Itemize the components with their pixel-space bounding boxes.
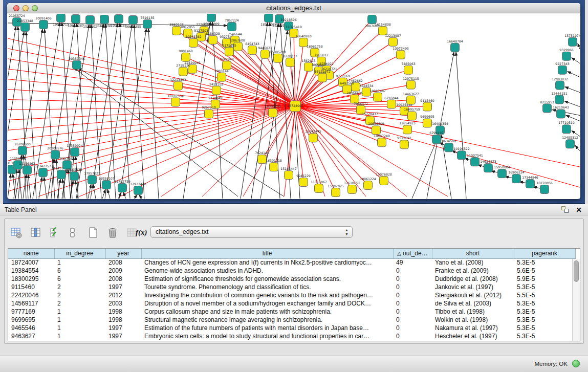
table-cell[interactable]: 9463627 (8, 332, 54, 340)
graph-node[interactable] (269, 108, 277, 117)
graph-node[interactable] (397, 50, 405, 59)
graph-node[interactable] (189, 38, 198, 47)
graph-node[interactable] (143, 19, 152, 28)
table-cell[interactable]: Corpus callosum shape and size in male p… (141, 308, 393, 316)
graph-node[interactable] (182, 53, 190, 61)
graph-node[interactable] (566, 140, 575, 148)
select-columns-button[interactable] (48, 225, 63, 240)
graph-node[interactable] (129, 15, 138, 24)
graph-node[interactable] (498, 169, 507, 178)
table-row[interactable]: 969969511998Structural magnetic resonanc… (8, 316, 575, 324)
graph-node[interactable] (225, 47, 234, 56)
table-cell[interactable]: Franke et al. (2009) (432, 267, 514, 275)
table-cell[interactable]: 1998 (105, 316, 141, 324)
table-cell[interactable]: Structural magnetic resonance image aver… (141, 316, 393, 324)
graph-node[interactable] (174, 81, 183, 90)
graph-node[interactable] (569, 37, 577, 46)
graph-node[interactable] (212, 86, 221, 95)
graph-node[interactable] (265, 14, 273, 22)
table-cell[interactable]: Dudbridge et al. (2008) (432, 275, 514, 283)
graph-node[interactable] (217, 73, 226, 81)
graph-node[interactable] (451, 43, 460, 52)
table-cell[interactable]: Hescheler et al. (1997) (432, 332, 514, 340)
table-cell[interactable]: Wolkin et al. (1998) (432, 316, 514, 324)
float-panel-icon[interactable] (561, 206, 569, 213)
graph-node[interactable] (445, 143, 453, 152)
table-cell[interactable]: Tourette syndrome. Phenomenology and cla… (141, 283, 393, 291)
column-header-name[interactable]: name (8, 249, 54, 258)
table-cell[interactable]: Jankovic et al. (1997) (432, 283, 514, 291)
column-header-title[interactable]: title (141, 249, 393, 258)
graph-node[interactable] (387, 100, 396, 108)
graph-node[interactable] (72, 14, 80, 23)
table-row[interactable]: 946362711997Embryonic stem cells: a mode… (8, 332, 575, 340)
table-cell[interactable]: 5.3E-5 (514, 324, 575, 332)
table-cell[interactable]: 1997 (105, 324, 141, 332)
table-cell[interactable]: 5.3E-5 (514, 299, 575, 308)
table-row[interactable]: 946554611997Estimation of the future num… (8, 324, 575, 332)
graph-node[interactable] (556, 81, 564, 90)
table-cell[interactable]: 2009 (105, 267, 141, 275)
graph-node[interactable] (378, 138, 386, 147)
graph-node[interactable] (364, 181, 373, 190)
graph-node[interactable] (423, 102, 432, 111)
column-header-year[interactable]: year (105, 249, 141, 258)
graph-node[interactable] (71, 148, 79, 157)
table-vertical-scrollbar[interactable] (572, 259, 580, 341)
memory-ok-icon[interactable] (572, 360, 580, 367)
graph-node[interactable] (205, 110, 213, 118)
table-cell[interactable]: 0 (393, 299, 432, 308)
graph-node[interactable] (39, 168, 48, 177)
graph-node[interactable] (400, 140, 409, 149)
graph-node[interactable] (115, 14, 123, 23)
graph-node[interactable] (309, 134, 318, 142)
table-row[interactable]: 1456911722003Disruption of a novel membe… (8, 299, 575, 308)
table-cell[interactable]: Investigating the contribution of common… (141, 291, 393, 299)
graph-node[interactable] (270, 163, 278, 171)
table-panel-header[interactable]: Table Panel ✕ (0, 204, 588, 215)
table-cell[interactable]: Genome-wide association studies in ADHD. (141, 267, 393, 275)
graph-node[interactable] (407, 80, 416, 89)
table-cell[interactable]: de Silva et al. (2003) (432, 299, 514, 308)
table-cell[interactable]: 5.9E-5 (514, 275, 575, 283)
table-cell[interactable]: 14569117 (8, 299, 54, 308)
column-header-in_degree[interactable]: in_degree (54, 249, 105, 258)
graph-node[interactable] (407, 96, 416, 104)
graph-node[interactable] (57, 14, 66, 22)
network-view-window[interactable]: citations_edges.txt 21055724210533482089… (7, 3, 580, 199)
table-cell[interactable]: 1 (54, 316, 105, 324)
table-select-combobox[interactable]: citations_edges.txt ▲▼ (150, 226, 353, 238)
graph-node[interactable] (557, 110, 565, 118)
table-cell[interactable]: 0 (393, 308, 432, 316)
graph-node[interactable] (562, 125, 571, 134)
graph-node[interactable] (423, 119, 432, 127)
graph-node[interactable] (484, 164, 493, 172)
table-cell[interactable]: 0 (393, 316, 432, 324)
table-cell[interactable]: 49 (393, 258, 432, 267)
table-cell[interactable]: 1 (54, 324, 105, 332)
table-cell[interactable]: 1 (54, 332, 105, 340)
graph-node[interactable] (209, 35, 217, 44)
graph-node[interactable] (86, 15, 95, 24)
graph-node[interactable] (332, 188, 340, 197)
graph-node[interactable] (134, 186, 143, 195)
graph-node[interactable] (261, 50, 270, 58)
table-cell[interactable]: 6 (54, 275, 105, 283)
graph-node[interactable] (543, 104, 552, 113)
graph-node[interactable] (458, 151, 466, 160)
table-cell[interactable]: Estimation of significance thresholds fo… (141, 275, 393, 283)
table-cell[interactable]: 5.3E-5 (514, 283, 575, 291)
function-builder-icon[interactable]: f(x) (136, 228, 147, 237)
graph-node[interactable] (471, 158, 480, 166)
graph-node[interactable] (372, 126, 381, 135)
graph-node[interactable] (432, 135, 441, 144)
table-row[interactable]: 1938455462009Genome-wide association stu… (8, 267, 575, 275)
table-cell[interactable]: 5.3E-5 (514, 258, 575, 267)
node-table[interactable]: namein_degreeyeartitle△out_de…shortpager… (8, 249, 576, 340)
graph-node[interactable] (57, 170, 66, 179)
table-cell[interactable]: 5.3E-5 (514, 316, 575, 324)
graph-node[interactable] (23, 166, 32, 174)
graph-node[interactable] (299, 178, 308, 187)
table-cell[interactable]: 0 (393, 291, 432, 299)
table-row[interactable]: 2242004622012Investigating the contribut… (8, 291, 575, 299)
